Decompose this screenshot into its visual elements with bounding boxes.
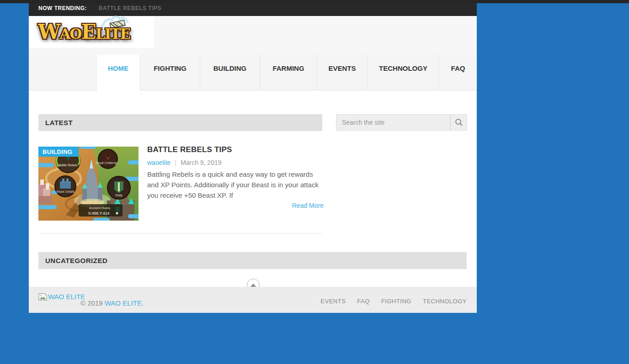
post-divider	[38, 233, 322, 234]
latest-heading-text: LATEST	[45, 119, 73, 127]
nav-item[interactable]: FIGHTING	[140, 55, 200, 90]
trending-label: NOW TRENDING:	[38, 5, 87, 11]
footer-nav-link[interactable]: FIGHTING	[381, 298, 411, 305]
footer-nav-link[interactable]: TECHNOLOGY	[423, 298, 467, 305]
nav-item-label: BUILDING	[213, 64, 247, 90]
post-date: March 9, 2019	[181, 159, 222, 166]
nav-item-label: FARMING	[272, 64, 304, 90]
search-input[interactable]	[336, 115, 450, 130]
nav-item[interactable]: HOME	[96, 55, 140, 93]
nav-item[interactable]: FARMING	[260, 55, 317, 90]
footer-copyright: © 2019 WAO ELITE.	[80, 299, 144, 307]
map-label-royal-challenge: Royal Challenge	[96, 161, 118, 165]
post-author-link[interactable]: waoelite	[147, 159, 171, 166]
main-nav: HOME FIGHTING BUILDING FARMING EVENTS TE…	[29, 55, 477, 90]
nav-item-label: FIGHTING	[154, 64, 187, 90]
search-box	[336, 114, 467, 131]
nav-item[interactable]: EVENTS	[317, 55, 367, 90]
search-icon	[455, 118, 463, 127]
footer-nav-link[interactable]: EVENTS	[320, 298, 346, 305]
latest-section-heading: LATEST	[38, 114, 322, 131]
post-excerpt: Battling Rebels is a quick and easy way …	[147, 169, 324, 200]
trending-post-link[interactable]: BATTLE REBELS TIPS	[99, 5, 161, 11]
site-logo[interactable]: WAOELITE	[29, 16, 154, 48]
footer-nav-link[interactable]: FAQ	[357, 298, 370, 305]
footer-logo-link[interactable]: WAO ELITE	[38, 293, 85, 301]
map-label-ancient-ruins: Ancient Ruins	[89, 206, 111, 210]
meta-separator: |	[175, 159, 176, 166]
nav-item-label: TECHNOLOGY	[379, 64, 427, 90]
nav-item-label: EVENTS	[328, 64, 356, 90]
uncategorized-heading-text: UNCATEGORIZED	[45, 257, 107, 264]
nav-item-label: HOME	[108, 64, 128, 93]
nav-item-label: FAQ	[451, 64, 465, 90]
browser-top-strip	[0, 0, 629, 3]
nav-item[interactable]: FAQ	[439, 55, 477, 90]
map-label-attack-details: Attack Details	[56, 190, 75, 193]
map-label-coords: X:468,Y:414	[88, 211, 110, 216]
map-label-rally: Rally	[115, 194, 123, 197]
category-badge[interactable]: BUILDING	[38, 147, 79, 157]
broken-image-icon	[38, 293, 47, 301]
nav-item[interactable]: TECHNOLOGY	[367, 55, 439, 90]
footer-nav: EVENTS FAQ FIGHTING TECHNOLOGY	[320, 298, 467, 305]
site-header: WAOELITE	[29, 16, 477, 55]
post-thumbnail[interactable]: Battle Rebels Royal Challenge Attack Det…	[38, 147, 139, 221]
uncategorized-section-heading: UNCATEGORIZED	[38, 252, 467, 269]
footer-logo-alt-text: WAO ELITE	[48, 293, 85, 301]
footer-copyright-link[interactable]: WAO ELITE	[105, 299, 142, 307]
page-background: { "colors": { "page_background": "#2173b…	[0, 0, 629, 364]
post-title[interactable]: BATTLE REBELS TIPS	[147, 145, 232, 154]
arrow-up-icon	[251, 284, 256, 287]
site-page: NOW TRENDING: BATTLE REBELS TIPS WAOELIT…	[29, 0, 477, 313]
post-meta: waoelite|March 9, 2019	[147, 159, 222, 166]
map-label-battle-rebels: Battle Rebels	[59, 164, 78, 167]
search-button[interactable]	[450, 115, 467, 130]
site-footer: WAO ELITE © 2019 WAO ELITE. EVENTS FAQ F…	[29, 287, 477, 313]
logo-wordmark: WAOELITE	[38, 20, 130, 43]
read-more-link[interactable]: Read More	[292, 202, 324, 209]
game-map-image: Battle Rebels Royal Challenge Attack Det…	[38, 147, 139, 221]
nav-item[interactable]: BUILDING	[200, 55, 260, 90]
